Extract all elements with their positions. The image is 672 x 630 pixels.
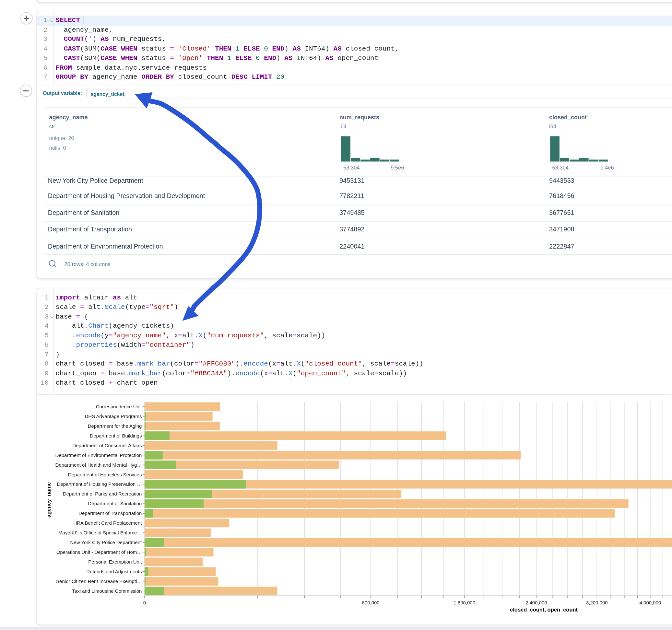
svg-text:2,400,000: 2,400,000	[526, 600, 547, 605]
svg-text:Department of Transportation: Department of Transportation	[78, 510, 142, 516]
svg-text:Department of Homeless Service: Department of Homeless Services	[68, 472, 142, 477]
svg-text:Personal Exemption Unit: Personal Exemption Unit	[88, 559, 142, 564]
svg-text:800,000: 800,000	[362, 600, 379, 605]
svg-text:Department for the Aging: Department for the Aging	[88, 423, 142, 429]
svg-text:Department of Environmental Pr: Department of Environmental Protection	[55, 453, 142, 458]
svg-text:DHS Advantage Programs: DHS Advantage Programs	[85, 413, 142, 419]
svg-text:Mayorâ€ s Office of Special En: Mayorâ€ s Office of Special Enforce…	[58, 530, 142, 535]
svg-text:9.4e6: 9.4e6	[600, 165, 614, 170]
svg-text:Operations Unit - Department o: Operations Unit - Department of Hom…	[56, 549, 142, 555]
svg-text:Refunds and Adjustments: Refunds and Adjustments	[86, 569, 142, 574]
svg-text:Correspondence Unit: Correspondence Unit	[96, 404, 142, 409]
svg-text:New York City Police Departmen: New York City Police Department	[70, 539, 142, 545]
svg-text:Department of Health and Menta: Department of Health and Mental Hyg…	[55, 462, 142, 468]
svg-text:3,200,000: 3,200,000	[586, 600, 608, 605]
svg-text:Department of Consumer Affairs: Department of Consumer Affairs	[72, 443, 142, 448]
svg-text:4,000,000: 4,000,000	[640, 600, 661, 605]
svg-text:closed_count, open_count: closed_count, open_count	[510, 607, 578, 612]
svg-text:53,304: 53,304	[552, 165, 569, 170]
svg-text:53,304: 53,304	[343, 165, 360, 170]
svg-text:9.5e6: 9.5e6	[391, 165, 404, 170]
svg-text:Department of Buildings: Department of Buildings	[90, 433, 142, 438]
svg-text:HRA Benefit Card Replacement: HRA Benefit Card Replacement	[73, 520, 142, 526]
svg-text:Department of Parks and Recrea: Department of Parks and Recreation	[63, 491, 142, 496]
svg-text:Department of Sanitation: Department of Sanitation	[88, 501, 142, 506]
svg-text:agency_name: agency_name	[46, 482, 51, 517]
svg-text:Senior Citizen Rent Increase E: Senior Citizen Rent Increase Exempti…	[56, 579, 142, 584]
svg-text:0: 0	[143, 600, 146, 605]
svg-text:Taxi and Limousine Commission: Taxi and Limousine Commission	[72, 588, 142, 594]
svg-text:1,600,000: 1,600,000	[454, 600, 475, 605]
svg-text:Department of Housing Preserva: Department of Housing Preservation …	[57, 481, 142, 487]
